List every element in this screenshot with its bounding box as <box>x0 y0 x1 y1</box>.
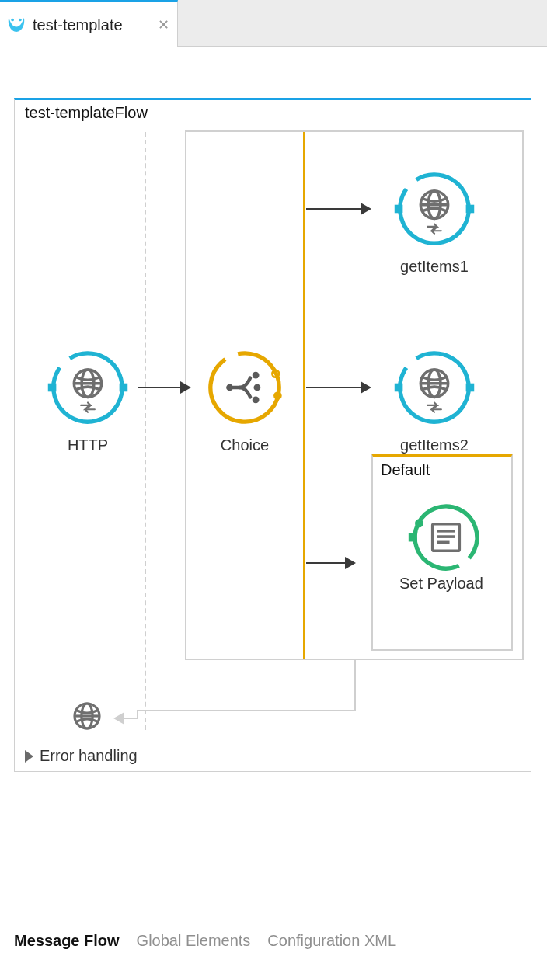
http-request-icon <box>393 346 476 429</box>
arrow-choice-to-getitems1 <box>306 208 370 210</box>
svg-rect-23 <box>466 384 475 392</box>
arrow-choice-to-getitems2 <box>306 387 370 388</box>
svg-rect-17 <box>466 205 475 214</box>
error-handling-label: Error handling <box>40 747 138 765</box>
set-payload-label: Set Payload <box>399 575 483 593</box>
default-route-title: Default <box>381 461 430 479</box>
svg-point-14 <box>253 396 260 403</box>
svg-point-12 <box>253 372 260 379</box>
return-path-v <box>354 660 356 711</box>
getitems1-label: getItems1 <box>400 258 469 276</box>
svg-rect-29 <box>409 533 417 542</box>
mule-icon <box>6 15 26 35</box>
choice-route-divider <box>303 132 305 659</box>
arrow-choice-to-default <box>306 562 354 564</box>
svg-point-0 <box>11 19 14 22</box>
getitems2-node[interactable]: getItems2 <box>393 346 476 454</box>
flow-title: test-templateFlow <box>25 104 148 122</box>
source-divider <box>145 132 146 730</box>
tab-message-flow[interactable]: Message Flow <box>14 932 120 950</box>
getitems2-label: getItems2 <box>400 436 469 454</box>
return-path-h <box>137 710 356 711</box>
svg-rect-4 <box>120 384 128 392</box>
http-request-icon <box>393 168 476 250</box>
set-payload-icon <box>407 499 476 567</box>
choice-label: Choice <box>221 436 269 454</box>
return-arrow <box>115 718 137 719</box>
close-icon[interactable]: ✕ <box>158 16 169 33</box>
http-label: HTTP <box>68 436 108 454</box>
svg-point-10 <box>274 391 282 400</box>
return-path-v2 <box>137 710 138 719</box>
flow-end-icon <box>68 697 106 735</box>
set-payload-node[interactable]: Set Payload <box>399 499 483 593</box>
getitems1-node[interactable]: getItems1 <box>393 168 476 276</box>
svg-point-1 <box>19 19 22 22</box>
choice-node[interactable]: Choice <box>204 346 286 454</box>
http-node[interactable]: HTTP <box>47 346 129 454</box>
editor-tab-label: test-template <box>33 16 123 34</box>
svg-point-13 <box>253 384 260 391</box>
arrow-http-to-choice <box>138 387 190 388</box>
chevron-right-icon <box>25 750 33 763</box>
tab-global-elements[interactable]: Global Elements <box>137 932 251 950</box>
error-handling-toggle[interactable]: Error handling <box>25 747 138 765</box>
svg-point-11 <box>226 384 233 391</box>
editor-tab[interactable]: test-template ✕ <box>0 0 178 47</box>
svg-rect-22 <box>395 384 403 392</box>
editor-view-tabs: Message Flow Global Elements Configurati… <box>14 932 396 950</box>
svg-rect-3 <box>48 384 57 392</box>
tab-configuration-xml[interactable]: Configuration XML <box>267 932 396 950</box>
svg-rect-16 <box>395 205 403 214</box>
http-icon <box>47 346 129 429</box>
svg-point-28 <box>415 519 423 527</box>
choice-icon <box>204 346 286 429</box>
